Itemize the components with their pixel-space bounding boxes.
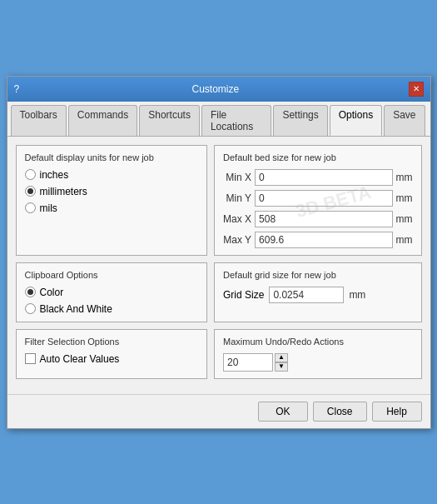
radio-color-circle — [25, 287, 36, 297]
tab-settings[interactable]: Settings — [273, 105, 327, 136]
bed-size-fields: Min X mm Min Y mm Max X mm Max Y mm — [223, 169, 412, 248]
radio-inches[interactable]: inches — [25, 169, 199, 181]
tab-commands[interactable]: Commands — [68, 105, 137, 136]
tab-save[interactable]: Save — [384, 105, 425, 136]
spinner-buttons: ▲ ▼ — [275, 353, 288, 372]
grid-size-panel: Default grid size for new job Grid Size … — [214, 262, 421, 322]
radio-bw[interactable]: Black And White — [25, 303, 199, 315]
radio-bw-circle — [25, 303, 36, 314]
max-y-input[interactable] — [255, 232, 392, 248]
radio-color-label: Color — [40, 287, 64, 298]
grid-size-label: Grid Size — [223, 289, 264, 301]
bed-size-title: Default bed size for new job — [223, 152, 412, 162]
top-row: Default display units for new job inches… — [16, 145, 422, 256]
auto-clear-checkbox[interactable]: Auto Clear Values — [25, 353, 199, 365]
clipboard-panel: Clipboard Options Color Black And White — [16, 262, 208, 322]
min-x-input[interactable] — [255, 169, 392, 186]
radio-millimeters[interactable]: millimeters — [25, 186, 199, 197]
help-icon[interactable]: ? — [14, 83, 20, 95]
min-y-unit: mm — [396, 192, 413, 204]
undo-redo-title: Maximum Undo/Redo Actions — [223, 337, 412, 347]
display-units-panel: Default display units for new job inches… — [16, 145, 208, 256]
undo-redo-panel: Maximum Undo/Redo Actions ▲ ▼ — [214, 329, 421, 379]
close-dialog-button[interactable]: Close — [313, 402, 367, 422]
radio-mils-label: mils — [40, 202, 57, 214]
max-x-unit: mm — [396, 213, 413, 225]
auto-clear-label: Auto Clear Values — [40, 353, 120, 365]
max-x-input[interactable] — [255, 211, 392, 227]
filter-selection-title: Filter Selection Options — [25, 337, 199, 347]
min-y-input[interactable] — [255, 190, 392, 207]
radio-mils[interactable]: mils — [25, 202, 199, 214]
tab-options[interactable]: Options — [330, 105, 382, 136]
spinner-down-button[interactable]: ▼ — [275, 362, 288, 372]
clipboard-title: Clipboard Options — [25, 270, 199, 280]
tab-file-locations[interactable]: File Locations — [201, 105, 272, 136]
bottom-row: Filter Selection Options Auto Clear Valu… — [16, 329, 422, 379]
display-units-title: Default display units for new job — [25, 152, 199, 162]
grid-size-title: Default grid size for new job — [223, 270, 412, 280]
bed-size-panel: Default bed size for new job 3D BETA Min… — [214, 145, 421, 256]
min-y-label: Min Y — [223, 192, 251, 204]
tabs-bar: Toolbars Commands Shortcuts File Locatio… — [7, 102, 430, 137]
max-x-label: Max X — [223, 213, 251, 225]
display-units-group: inches millimeters mils — [25, 169, 199, 214]
footer: OK Close Help — [7, 394, 430, 428]
title-bar: ? Customize ✕ — [7, 77, 430, 102]
window-title: Customize — [22, 83, 408, 95]
grid-size-unit: mm — [349, 289, 365, 301]
spinner-up-button[interactable]: ▲ — [275, 353, 288, 362]
filter-selection-panel: Filter Selection Options Auto Clear Valu… — [16, 329, 208, 379]
undo-redo-spinner: ▲ ▼ — [223, 353, 412, 372]
grid-size-row: Grid Size mm — [223, 287, 412, 303]
max-y-label: Max Y — [223, 234, 251, 246]
auto-clear-box — [25, 353, 36, 364]
radio-color[interactable]: Color — [25, 287, 199, 298]
radio-millimeters-circle — [25, 186, 36, 197]
title-controls: ✕ — [409, 82, 424, 97]
main-window: ? Customize ✕ Toolbars Commands Shortcut… — [7, 76, 431, 429]
undo-redo-input[interactable] — [223, 353, 273, 372]
radio-inches-label: inches — [40, 169, 69, 181]
min-x-label: Min X — [223, 172, 251, 183]
radio-bw-label: Black And White — [40, 303, 112, 315]
grid-size-input[interactable] — [269, 287, 344, 303]
tab-shortcuts[interactable]: Shortcuts — [139, 105, 200, 136]
clipboard-group: Color Black And White — [25, 287, 199, 315]
middle-row: Clipboard Options Color Black And White … — [16, 262, 422, 322]
radio-mils-circle — [25, 202, 36, 213]
radio-millimeters-label: millimeters — [40, 186, 87, 197]
ok-button[interactable]: OK — [258, 402, 308, 422]
content-area: Default display units for new job inches… — [7, 137, 430, 394]
max-y-unit: mm — [396, 234, 413, 246]
close-button[interactable]: ✕ — [409, 82, 424, 97]
radio-inches-circle — [25, 169, 36, 180]
min-x-unit: mm — [396, 172, 413, 183]
help-button[interactable]: Help — [372, 402, 422, 422]
tab-toolbars[interactable]: Toolbars — [11, 105, 67, 136]
